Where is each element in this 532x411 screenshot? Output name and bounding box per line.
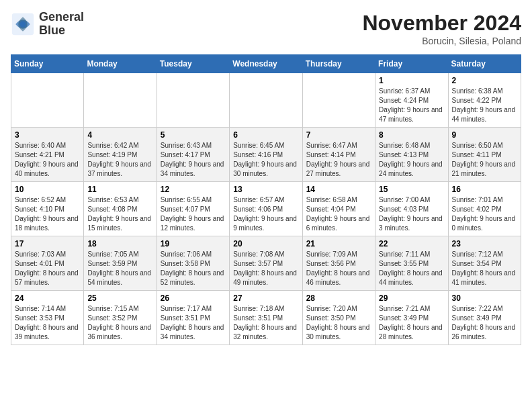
day-number: 19 — [161, 239, 226, 248]
calendar-cell: 5Sunrise: 6:43 AM Sunset: 4:17 PM Daylig… — [157, 128, 229, 182]
calendar-cell: 10Sunrise: 6:52 AM Sunset: 4:10 PM Dayli… — [11, 182, 84, 236]
calendar-cell — [84, 73, 157, 128]
day-number: 30 — [452, 293, 517, 303]
calendar-cell: 12Sunrise: 6:55 AM Sunset: 4:07 PM Dayli… — [157, 182, 229, 236]
day-number: 10 — [15, 185, 80, 194]
day-number: 2 — [452, 76, 517, 85]
logo-line1: General — [39, 11, 84, 24]
day-info: Sunrise: 6:45 AM Sunset: 4:16 PM Dayligh… — [233, 142, 297, 177]
calendar-cell: 21Sunrise: 7:09 AM Sunset: 3:56 PM Dayli… — [302, 236, 375, 291]
day-number: 14 — [306, 185, 371, 194]
day-info: Sunrise: 7:15 AM Sunset: 3:52 PM Dayligh… — [87, 305, 151, 340]
calendar-cell — [157, 73, 229, 128]
day-number: 25 — [87, 293, 152, 303]
day-number: 8 — [379, 130, 444, 140]
day-number: 9 — [452, 130, 517, 140]
calendar-cell: 17Sunrise: 7:03 AM Sunset: 4:01 PM Dayli… — [11, 236, 84, 291]
day-number: 1 — [379, 76, 444, 85]
calendar-cell: 3Sunrise: 6:40 AM Sunset: 4:21 PM Daylig… — [11, 128, 84, 182]
logo-line2: Blue — [39, 24, 84, 38]
title-block: November 2024 Borucin, Silesia, Poland — [362, 11, 521, 46]
day-info: Sunrise: 7:12 AM Sunset: 3:54 PM Dayligh… — [452, 250, 516, 286]
day-info: Sunrise: 7:20 AM Sunset: 3:50 PM Dayligh… — [306, 305, 370, 340]
calendar-cell: 16Sunrise: 7:01 AM Sunset: 4:02 PM Dayli… — [448, 182, 521, 236]
day-info: Sunrise: 7:08 AM Sunset: 3:57 PM Dayligh… — [233, 250, 297, 286]
day-info: Sunrise: 7:00 AM Sunset: 4:03 PM Dayligh… — [379, 196, 443, 232]
day-number: 20 — [233, 239, 298, 248]
calendar-cell — [11, 73, 84, 128]
calendar-cell: 22Sunrise: 7:11 AM Sunset: 3:55 PM Dayli… — [375, 236, 448, 291]
day-number: 16 — [452, 185, 517, 194]
calendar-cell: 23Sunrise: 7:12 AM Sunset: 3:54 PM Dayli… — [448, 236, 521, 291]
calendar-cell: 4Sunrise: 6:42 AM Sunset: 4:19 PM Daylig… — [84, 128, 157, 182]
calendar-cell: 24Sunrise: 7:14 AM Sunset: 3:53 PM Dayli… — [11, 291, 84, 345]
calendar-cell: 1Sunrise: 6:37 AM Sunset: 4:24 PM Daylig… — [375, 73, 448, 128]
calendar-table: SundayMondayTuesdayWednesdayThursdayFrid… — [11, 54, 521, 345]
location-subtitle: Borucin, Silesia, Poland — [362, 36, 521, 46]
day-number: 23 — [452, 239, 517, 248]
calendar-cell: 6Sunrise: 6:45 AM Sunset: 4:16 PM Daylig… — [230, 128, 302, 182]
calendar-cell — [230, 73, 302, 128]
day-header-tuesday: Tuesday — [157, 55, 229, 73]
day-number: 18 — [87, 239, 152, 248]
calendar-cell: 30Sunrise: 7:22 AM Sunset: 3:49 PM Dayli… — [448, 291, 521, 345]
calendar-week-2: 3Sunrise: 6:40 AM Sunset: 4:21 PM Daylig… — [11, 128, 521, 182]
day-number: 27 — [233, 293, 298, 303]
day-info: Sunrise: 7:21 AM Sunset: 3:49 PM Dayligh… — [379, 305, 443, 340]
day-info: Sunrise: 7:06 AM Sunset: 3:58 PM Dayligh… — [161, 250, 224, 286]
calendar-cell: 2Sunrise: 6:38 AM Sunset: 4:22 PM Daylig… — [448, 73, 521, 128]
calendar-cell — [302, 73, 375, 128]
day-header-sunday: Sunday — [11, 55, 84, 73]
day-header-monday: Monday — [84, 55, 157, 73]
day-header-wednesday: Wednesday — [230, 55, 302, 73]
calendar-week-5: 24Sunrise: 7:14 AM Sunset: 3:53 PM Dayli… — [11, 291, 521, 345]
logo-icon — [11, 12, 35, 36]
day-number: 15 — [379, 185, 444, 194]
calendar-cell: 27Sunrise: 7:18 AM Sunset: 3:51 PM Dayli… — [230, 291, 302, 345]
calendar-week-3: 10Sunrise: 6:52 AM Sunset: 4:10 PM Dayli… — [11, 182, 521, 236]
day-info: Sunrise: 6:55 AM Sunset: 4:07 PM Dayligh… — [161, 196, 224, 232]
calendar-cell: 14Sunrise: 6:58 AM Sunset: 4:04 PM Dayli… — [302, 182, 375, 236]
day-info: Sunrise: 6:48 AM Sunset: 4:13 PM Dayligh… — [379, 142, 443, 177]
day-number: 28 — [306, 293, 371, 303]
day-number: 13 — [233, 185, 298, 194]
day-number: 4 — [87, 130, 152, 140]
day-info: Sunrise: 7:22 AM Sunset: 3:49 PM Dayligh… — [452, 305, 516, 340]
day-info: Sunrise: 7:09 AM Sunset: 3:56 PM Dayligh… — [306, 250, 370, 286]
calendar-header-row: SundayMondayTuesdayWednesdayThursdayFrid… — [11, 55, 521, 73]
calendar-cell: 8Sunrise: 6:48 AM Sunset: 4:13 PM Daylig… — [375, 128, 448, 182]
day-info: Sunrise: 6:53 AM Sunset: 4:08 PM Dayligh… — [87, 196, 151, 232]
calendar-cell: 15Sunrise: 7:00 AM Sunset: 4:03 PM Dayli… — [375, 182, 448, 236]
day-number: 22 — [379, 239, 444, 248]
day-info: Sunrise: 7:17 AM Sunset: 3:51 PM Dayligh… — [161, 305, 224, 340]
page-header: General Blue November 2024 Borucin, Sile… — [11, 11, 521, 46]
calendar-cell: 11Sunrise: 6:53 AM Sunset: 4:08 PM Dayli… — [84, 182, 157, 236]
month-title: November 2024 — [362, 11, 521, 36]
day-header-friday: Friday — [375, 55, 448, 73]
day-number: 5 — [161, 130, 226, 140]
day-number: 17 — [15, 239, 80, 248]
calendar-cell: 7Sunrise: 6:47 AM Sunset: 4:14 PM Daylig… — [302, 128, 375, 182]
day-info: Sunrise: 7:01 AM Sunset: 4:02 PM Dayligh… — [452, 196, 516, 232]
day-info: Sunrise: 7:05 AM Sunset: 3:59 PM Dayligh… — [87, 250, 151, 286]
calendar-cell: 29Sunrise: 7:21 AM Sunset: 3:49 PM Dayli… — [375, 291, 448, 345]
day-number: 26 — [161, 293, 226, 303]
calendar-cell: 9Sunrise: 6:50 AM Sunset: 4:11 PM Daylig… — [448, 128, 521, 182]
day-number: 12 — [161, 185, 226, 194]
svg-point-1 — [20, 21, 26, 27]
day-info: Sunrise: 6:38 AM Sunset: 4:22 PM Dayligh… — [452, 87, 516, 123]
day-number: 11 — [87, 185, 152, 194]
calendar-cell: 13Sunrise: 6:57 AM Sunset: 4:06 PM Dayli… — [230, 182, 302, 236]
calendar-week-1: 1Sunrise: 6:37 AM Sunset: 4:24 PM Daylig… — [11, 73, 521, 128]
calendar-cell: 26Sunrise: 7:17 AM Sunset: 3:51 PM Dayli… — [157, 291, 229, 345]
calendar-cell: 25Sunrise: 7:15 AM Sunset: 3:52 PM Dayli… — [84, 291, 157, 345]
day-info: Sunrise: 7:03 AM Sunset: 4:01 PM Dayligh… — [15, 250, 79, 286]
calendar-cell: 19Sunrise: 7:06 AM Sunset: 3:58 PM Dayli… — [157, 236, 229, 291]
calendar-cell: 28Sunrise: 7:20 AM Sunset: 3:50 PM Dayli… — [302, 291, 375, 345]
calendar-cell: 18Sunrise: 7:05 AM Sunset: 3:59 PM Dayli… — [84, 236, 157, 291]
day-header-saturday: Saturday — [448, 55, 521, 73]
day-header-thursday: Thursday — [302, 55, 375, 73]
day-number: 21 — [306, 239, 371, 248]
day-info: Sunrise: 6:40 AM Sunset: 4:21 PM Dayligh… — [15, 142, 79, 177]
calendar-body: 1Sunrise: 6:37 AM Sunset: 4:24 PM Daylig… — [11, 73, 521, 345]
